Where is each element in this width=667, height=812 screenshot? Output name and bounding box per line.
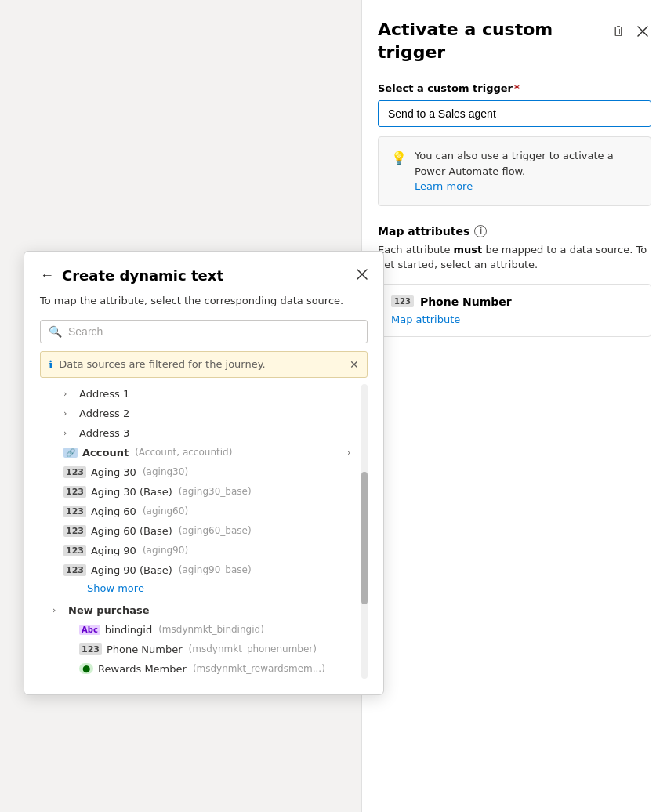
- phonenumber-sub: (msdynmkt_phonenumber): [189, 643, 317, 654]
- tree-item-address1[interactable]: › Address 1: [40, 384, 364, 404]
- show-more-link[interactable]: Show more: [63, 578, 150, 598]
- right-panel-title: Activate a custom trigger: [378, 19, 609, 63]
- aging30-sub: (aging30): [143, 466, 188, 477]
- aging90-sub: (aging90): [143, 545, 188, 556]
- chevron-right-icon: ›: [53, 605, 63, 615]
- number-icon: 123: [79, 643, 102, 655]
- map-attrs-title: Map attributes: [378, 225, 469, 237]
- toggle-icon: ⬤: [79, 663, 93, 674]
- text-icon: Abc: [79, 625, 100, 635]
- map-attrs-info-icon[interactable]: i: [474, 225, 487, 237]
- header-actions: [609, 22, 651, 41]
- attr-card-header: 123 Phone Number: [391, 295, 638, 308]
- tree-item-aging60[interactable]: 123 Aging 60 (aging60): [40, 502, 364, 521]
- close-left-panel-button[interactable]: [357, 267, 368, 284]
- search-box: 🔍: [40, 320, 368, 343]
- required-star: *: [514, 82, 520, 94]
- tree-list-wrapper: › Address 1 › Address 2 › Address 3 🔗 Ac…: [40, 384, 368, 679]
- aging90base-sub: (aging90_base): [179, 564, 252, 575]
- info-box-content: You can also use a trigger to activate a…: [415, 148, 638, 194]
- tree-item-address2[interactable]: › Address 2: [40, 404, 364, 423]
- tree-item-aging60base[interactable]: 123 Aging 60 (Base) (aging60_base): [40, 521, 364, 541]
- tree-item-aging30[interactable]: 123 Aging 30 (aging30): [40, 462, 364, 482]
- aging30base-label: Aging 30 (Base): [91, 486, 172, 498]
- number-icon: 123: [63, 466, 86, 478]
- delete-button[interactable]: [609, 22, 628, 41]
- number-icon: 123: [63, 525, 86, 537]
- lightbulb-icon: 💡: [391, 149, 407, 194]
- tree-item-address3[interactable]: › Address 3: [40, 423, 364, 443]
- tree-item-account[interactable]: 🔗 Account (Account, accountid) ›: [40, 443, 364, 462]
- number-icon: 123: [63, 545, 86, 556]
- chevron-right-icon: ›: [63, 408, 74, 419]
- address3-label: Address 3: [79, 427, 129, 439]
- bindingid-label: bindingid: [105, 624, 152, 636]
- address1-label: Address 1: [79, 388, 129, 400]
- map-attribute-link[interactable]: Map attribute: [391, 314, 460, 325]
- back-button[interactable]: ←: [40, 267, 54, 284]
- chevron-right-icon: ›: [63, 389, 74, 399]
- close-panel-button[interactable]: [634, 23, 651, 40]
- trigger-input[interactable]: [378, 100, 651, 127]
- bindingid-sub: (msdynmkt_bindingid): [158, 624, 264, 635]
- tree-item-phonenumber[interactable]: 123 Phone Number (msdynmkt_phonenumber): [40, 640, 364, 659]
- filter-notice-close-button[interactable]: ✕: [350, 358, 359, 371]
- number-icon: 123: [63, 506, 86, 517]
- rewardsmember-label: Rewards Member: [98, 663, 187, 675]
- phonenumber-label: Phone Number: [107, 643, 183, 655]
- map-attrs-desc: Each attribute must be mapped to a data …: [378, 242, 651, 273]
- tree-item-aging90base[interactable]: 123 Aging 90 (Base) (aging90_base): [40, 560, 364, 580]
- info-icon: ℹ️: [49, 358, 53, 371]
- tree-item-aging90[interactable]: 123 Aging 90 (aging90): [40, 541, 364, 560]
- left-panel-header: ← Create dynamic text: [40, 267, 368, 284]
- aging30base-sub: (aging30_base): [179, 486, 252, 497]
- aging60base-label: Aging 60 (Base): [91, 525, 172, 537]
- left-panel-nav: ← Create dynamic text: [40, 267, 223, 284]
- phone-number-attr-card: 123 Phone Number Map attribute: [378, 284, 651, 337]
- account-sub: (Account, accountid): [135, 447, 232, 458]
- trigger-label: Select a custom trigger*: [378, 82, 651, 94]
- rewardsmember-sub: (msdynmkt_rewardsmem...): [193, 663, 325, 674]
- aging60base-sub: (aging60_base): [179, 525, 252, 536]
- aging90base-label: Aging 90 (Base): [91, 564, 172, 576]
- map-attrs-header: Map attributes i: [378, 225, 651, 237]
- tree-list: › Address 1 › Address 2 › Address 3 🔗 Ac…: [40, 384, 368, 679]
- chevron-right-icon: ›: [347, 448, 358, 458]
- scrollbar-thumb[interactable]: [361, 472, 368, 604]
- number-icon: 123: [63, 486, 86, 498]
- phone-number-attr-name: Phone Number: [420, 295, 512, 308]
- address2-label: Address 2: [79, 408, 129, 419]
- panel-description: To map the attribute, select the corresp…: [40, 293, 368, 309]
- left-panel-title: Create dynamic text: [62, 267, 223, 284]
- tree-item-rewardsmember[interactable]: ⬤ Rewards Member (msdynmkt_rewardsmem...…: [40, 659, 364, 679]
- right-panel-header: Activate a custom trigger: [378, 19, 651, 63]
- search-input[interactable]: [68, 325, 359, 338]
- scrollbar-track[interactable]: [361, 384, 368, 679]
- chevron-right-icon: ›: [63, 428, 74, 438]
- left-panel: ← Create dynamic text To map the attribu…: [24, 251, 384, 695]
- aging30-label: Aging 30: [91, 466, 136, 478]
- show-more-container: Show more: [40, 580, 364, 600]
- filter-notice: ℹ️ Data sources are filtered for the jou…: [40, 351, 368, 378]
- account-icon: 🔗: [63, 448, 78, 458]
- filter-notice-left: ℹ️ Data sources are filtered for the jou…: [49, 358, 266, 371]
- account-label: Account: [82, 447, 129, 459]
- tree-item-bindingid[interactable]: Abc bindingid (msdynmkt_bindingid): [40, 620, 364, 640]
- phone-number-type-icon: 123: [391, 295, 414, 307]
- right-panel: Activate a custom trigger Select a custo…: [361, 0, 667, 812]
- aging90-label: Aging 90: [91, 545, 136, 556]
- new-purchase-label: New purchase: [68, 604, 150, 616]
- tree-item-new-purchase[interactable]: › New purchase: [40, 600, 364, 620]
- filter-notice-text: Data sources are filtered for the journe…: [59, 358, 265, 370]
- number-icon: 123: [63, 564, 86, 576]
- info-box: 💡 You can also use a trigger to activate…: [378, 136, 651, 206]
- search-icon: 🔍: [49, 325, 62, 338]
- aging60-label: Aging 60: [91, 506, 136, 517]
- tree-item-aging30base[interactable]: 123 Aging 30 (Base) (aging30_base): [40, 482, 364, 502]
- aging60-sub: (aging60): [143, 506, 188, 517]
- learn-more-link[interactable]: Learn more: [415, 180, 473, 192]
